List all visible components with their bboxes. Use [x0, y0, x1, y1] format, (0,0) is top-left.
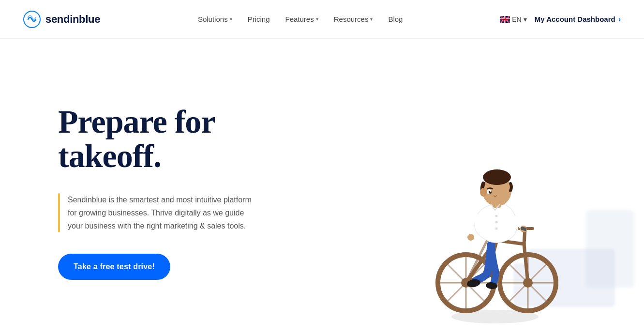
site-header: sendinblue Solutions ▾ Pricing Features … [0, 0, 644, 39]
lang-arrow: ▾ [524, 15, 527, 23]
logo-text: sendinblue [45, 13, 100, 26]
main-nav: Solutions ▾ Pricing Features ▾ Resources… [198, 15, 403, 23]
svg-point-37 [489, 191, 492, 194]
nav-blog[interactable]: Blog [388, 15, 403, 23]
account-dashboard-link[interactable]: My Account Dashboard › [535, 15, 621, 24]
hero-image-area [315, 39, 644, 336]
bg-blur-element-2 [586, 210, 634, 288]
nav-solutions[interactable]: Solutions ▾ [198, 15, 232, 23]
hero-description: Sendinblue is the smartest and most intu… [68, 193, 252, 233]
account-label: My Account Dashboard [535, 15, 615, 23]
svg-point-35 [480, 188, 487, 197]
hero-description-bar [58, 193, 60, 233]
language-selector[interactable]: EN ▾ [500, 15, 526, 23]
nav-pricing[interactable]: Pricing [248, 15, 270, 23]
solutions-dropdown-arrow: ▾ [230, 16, 232, 22]
hero-section: Prepare for takeoff. Sendinblue is the s… [0, 39, 644, 336]
hero-description-wrapper: Sendinblue is the smartest and most intu… [58, 193, 310, 233]
hero-title: Prepare for takeoff. [58, 105, 310, 174]
features-dropdown-arrow: ▾ [316, 16, 318, 22]
flag-icon [500, 16, 510, 23]
hero-content: Prepare for takeoff. Sendinblue is the s… [58, 105, 310, 280]
svg-point-29 [467, 234, 474, 241]
svg-line-19 [524, 244, 528, 283]
account-chevron-icon: › [618, 15, 621, 24]
svg-point-40 [495, 221, 498, 224]
svg-point-38 [490, 191, 491, 192]
resources-dropdown-arrow: ▾ [370, 16, 373, 22]
logo-link[interactable]: sendinblue [23, 11, 100, 28]
nav-features[interactable]: Features ▾ [285, 15, 318, 23]
svg-point-41 [495, 228, 498, 230]
lang-label: EN [512, 15, 521, 23]
header-right: EN ▾ My Account Dashboard › [500, 15, 621, 24]
svg-point-39 [495, 215, 498, 217]
sendinblue-logo-icon [23, 11, 41, 28]
cta-button[interactable]: Take a free test drive! [58, 254, 170, 280]
hero-character-illustration [418, 94, 572, 326]
nav-resources[interactable]: Resources ▾ [334, 15, 373, 23]
svg-point-34 [483, 169, 511, 185]
